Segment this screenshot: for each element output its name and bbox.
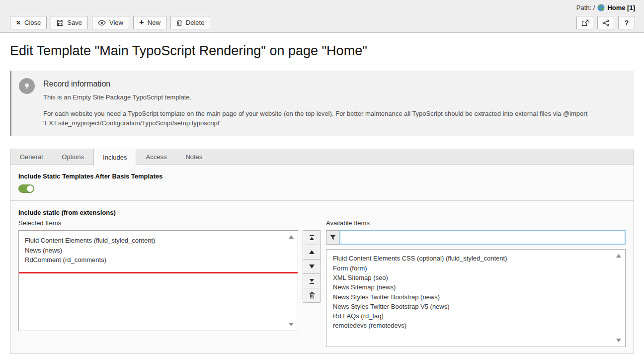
selected-item-option[interactable]: News (news) — [25, 246, 284, 256]
available-item-option[interactable]: Form (form) — [333, 264, 611, 273]
include-static-after-toggle[interactable] — [18, 184, 34, 193]
tab-item[interactable]: Access — [136, 149, 176, 165]
close-button[interactable]: ✕ Close — [10, 16, 47, 29]
breadcrumb: Path: / Home [1] — [576, 4, 635, 11]
move-to-top-button[interactable] — [303, 230, 321, 245]
callout-paragraph: For each website you need a TypoScript t… — [43, 109, 620, 128]
tab-item[interactable]: Includes — [93, 149, 136, 166]
share-icon — [602, 19, 609, 26]
available-item-option[interactable]: XML Sitemap (seo) — [333, 273, 611, 282]
available-items-label: Available Items — [326, 219, 626, 228]
scroll-up-icon[interactable] — [289, 235, 294, 239]
new-icon: + — [139, 18, 144, 26]
move-to-bottom-button[interactable] — [303, 273, 321, 288]
delete-button-label: Delete — [186, 19, 205, 26]
available-items-listbox[interactable]: Fluid Content Elements CSS (optional) (f… — [326, 249, 626, 347]
view-button[interactable]: View — [92, 16, 129, 29]
selected-items-column: Selected Items Fluid Content Elements (f… — [18, 219, 298, 331]
trash-icon — [309, 292, 315, 299]
share-button[interactable] — [597, 16, 614, 29]
move-to-bottom-icon — [309, 278, 315, 284]
include-static-label: Include static (from extensions) — [18, 209, 626, 216]
close-button-label: Close — [24, 19, 41, 26]
selected-items-label: Selected Items — [18, 219, 298, 228]
available-item-option[interactable]: Rd FAQs (rd_faq) — [333, 311, 611, 321]
current-page-ref[interactable]: Home [1] — [607, 4, 635, 11]
tab-bar: GeneralOptionsIncludesAccessNotes — [10, 149, 634, 165]
move-down-button[interactable] — [303, 259, 321, 274]
include-static-field: Include static (from extensions) Selecte… — [10, 201, 634, 354]
delete-button[interactable]: Delete — [170, 16, 211, 29]
open-in-new-window-icon — [581, 19, 589, 26]
doc-header: Path: / Home [1] ✕ Close Save View + New — [0, 0, 644, 33]
record-information-body: Record information This is an Empty Site… — [43, 78, 620, 128]
available-item-option[interactable]: Fluid Content Elements CSS (optional) (f… — [333, 254, 611, 263]
available-item-option[interactable]: News Sitemap (news) — [333, 282, 611, 292]
help-button[interactable]: ? — [618, 16, 635, 29]
available-items-filter — [326, 230, 626, 245]
available-items-column: Available Items Fluid Content Elements C… — [326, 219, 626, 347]
close-icon: ✕ — [16, 19, 21, 26]
doc-header-button-bar: ✕ Close Save View + New Delete — [10, 16, 210, 29]
available-item-option[interactable]: News Styles Twitter Bootstrap V5 (news) — [333, 302, 611, 311]
selected-items-listbox[interactable]: Fluid Content Elements (fluid_styled_con… — [18, 230, 298, 331]
available-item-option[interactable]: remotedevs (remotedevs) — [333, 321, 611, 330]
move-to-top-icon — [309, 235, 315, 241]
new-button-label: New — [148, 19, 161, 26]
listbox-controls — [303, 230, 321, 303]
selected-item-option[interactable]: RdComment (rd_comments) — [25, 255, 284, 265]
move-up-button[interactable] — [303, 245, 321, 260]
page-title: Edit Template "Main TypoScript Rendering… — [10, 43, 634, 59]
open-in-new-window-button[interactable] — [576, 16, 593, 29]
record-information-callout: Record information This is an Empty Site… — [10, 71, 634, 136]
move-down-icon — [309, 265, 315, 268]
available-item-option[interactable]: News Styles Twitter Bootstrap (news) — [333, 292, 611, 302]
delete-icon — [176, 19, 182, 26]
globe-icon — [597, 4, 605, 11]
filter-icon — [326, 230, 339, 245]
tab-panel-includes: Include Static Templates After Basis Tem… — [10, 165, 634, 354]
scroll-up-icon[interactable] — [616, 254, 621, 258]
include-static-after-field: Include Static Templates After Basis Tem… — [10, 165, 634, 201]
tab-item[interactable]: General — [10, 149, 52, 165]
view-icon — [98, 20, 106, 26]
move-up-icon — [309, 250, 315, 254]
callout-paragraph: This is an Empty Site Package TypoScript… — [43, 93, 620, 102]
remove-item-button[interactable] — [303, 288, 321, 303]
save-button-label: Save — [67, 19, 82, 26]
filter-input[interactable] — [339, 230, 626, 245]
save-icon — [57, 19, 64, 26]
tab-item[interactable]: Notes — [176, 149, 212, 165]
selected-item-option[interactable]: Fluid Content Elements (fluid_styled_con… — [25, 236, 284, 246]
tab-item[interactable]: Options — [52, 149, 93, 165]
path-label: Path: / — [576, 4, 595, 11]
save-button[interactable]: Save — [51, 16, 88, 29]
template-form: GeneralOptionsIncludesAccessNotes Includ… — [10, 149, 634, 354]
callout-title: Record information — [43, 80, 620, 88]
doc-header-meta-buttons: ? — [576, 16, 635, 29]
help-icon: ? — [625, 19, 629, 27]
lightbulb-icon — [19, 78, 35, 94]
scroll-down-icon[interactable] — [616, 339, 621, 342]
new-button[interactable]: + New — [133, 16, 166, 29]
toggle-knob — [27, 185, 33, 192]
view-button-label: View — [109, 19, 123, 26]
toggle-field-label: Include Static Templates After Basis Tem… — [18, 173, 626, 180]
scroll-down-icon[interactable] — [289, 323, 294, 326]
